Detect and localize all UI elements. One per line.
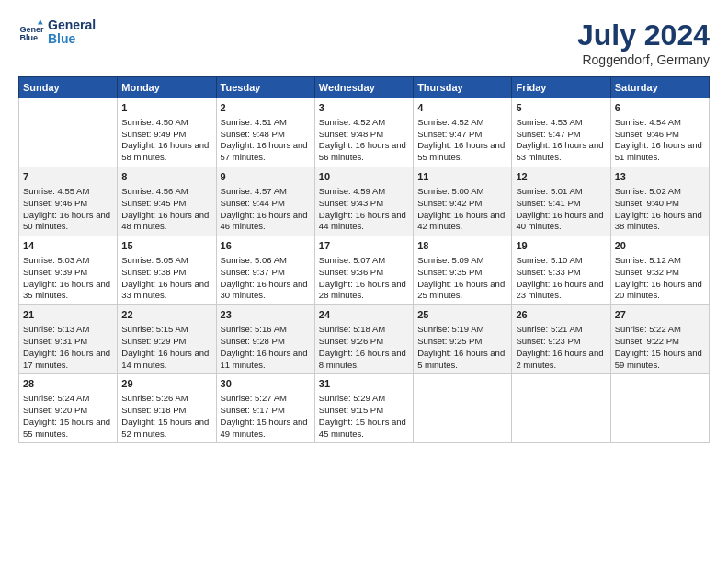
calendar-cell: 3Sunrise: 4:52 AMSunset: 9:48 PMDaylight… <box>314 98 413 167</box>
date-number: 21 <box>23 308 113 322</box>
date-number: 28 <box>23 377 113 391</box>
date-number: 7 <box>23 170 113 184</box>
cell-info: Sunrise: 4:52 AMSunset: 9:48 PMDaylight:… <box>319 117 406 162</box>
calendar-cell: 17Sunrise: 5:07 AMSunset: 9:36 PMDayligh… <box>314 236 413 305</box>
calendar-cell: 13Sunrise: 5:02 AMSunset: 9:40 PMDayligh… <box>610 167 709 236</box>
calendar-cell: 18Sunrise: 5:09 AMSunset: 9:35 PMDayligh… <box>414 236 512 305</box>
calendar-cell <box>414 374 512 443</box>
day-header-friday: Friday <box>512 77 610 98</box>
date-number: 19 <box>516 239 606 253</box>
calendar-cell: 24Sunrise: 5:18 AMSunset: 9:26 PMDayligh… <box>314 305 413 374</box>
calendar-week-1: 1Sunrise: 4:50 AMSunset: 9:49 PMDaylight… <box>19 98 710 167</box>
calendar-cell: 26Sunrise: 5:21 AMSunset: 9:23 PMDayligh… <box>512 305 610 374</box>
calendar-cell: 28Sunrise: 5:24 AMSunset: 9:20 PMDayligh… <box>19 374 118 443</box>
calendar-cell: 27Sunrise: 5:22 AMSunset: 9:22 PMDayligh… <box>610 305 709 374</box>
cell-info: Sunrise: 4:59 AMSunset: 9:43 PMDaylight:… <box>319 186 406 231</box>
date-number: 17 <box>319 239 409 253</box>
logo-line1: General <box>48 18 96 32</box>
calendar-cell: 29Sunrise: 5:26 AMSunset: 9:18 PMDayligh… <box>118 374 216 443</box>
calendar-subtitle: Roggendorf, Germany <box>577 52 710 67</box>
calendar-cell: 22Sunrise: 5:15 AMSunset: 9:29 PMDayligh… <box>118 305 216 374</box>
svg-marker-2 <box>38 19 43 25</box>
calendar-cell <box>19 98 118 167</box>
calendar-cell: 8Sunrise: 4:56 AMSunset: 9:45 PMDaylight… <box>118 167 216 236</box>
title-block: July 2024 Roggendorf, Germany <box>577 18 710 67</box>
day-header-monday: Monday <box>118 77 216 98</box>
date-number: 31 <box>319 377 409 391</box>
day-header-thursday: Thursday <box>414 77 512 98</box>
cell-info: Sunrise: 5:12 AMSunset: 9:32 PMDaylight:… <box>615 255 702 300</box>
calendar-week-2: 7Sunrise: 4:55 AMSunset: 9:46 PMDaylight… <box>19 167 710 236</box>
calendar-cell: 14Sunrise: 5:03 AMSunset: 9:39 PMDayligh… <box>19 236 118 305</box>
cell-info: Sunrise: 5:19 AMSunset: 9:25 PMDaylight:… <box>417 324 505 369</box>
date-number: 13 <box>615 170 705 184</box>
calendar-cell: 19Sunrise: 5:10 AMSunset: 9:33 PMDayligh… <box>512 236 610 305</box>
cell-info: Sunrise: 5:26 AMSunset: 9:18 PMDaylight:… <box>121 393 209 438</box>
date-number: 12 <box>516 170 606 184</box>
calendar-cell: 16Sunrise: 5:06 AMSunset: 9:37 PMDayligh… <box>216 236 314 305</box>
cell-info: Sunrise: 5:06 AMSunset: 9:37 PMDaylight:… <box>221 255 308 300</box>
date-number: 22 <box>121 308 211 322</box>
date-number: 14 <box>23 239 113 253</box>
cell-info: Sunrise: 5:09 AMSunset: 9:35 PMDaylight:… <box>417 255 505 300</box>
calendar-cell: 1Sunrise: 4:50 AMSunset: 9:49 PMDaylight… <box>118 98 216 167</box>
date-number: 5 <box>516 101 606 115</box>
date-number: 16 <box>221 239 311 253</box>
page-header: General Blue General Blue July 2024 Rogg… <box>18 18 710 67</box>
date-number: 3 <box>319 101 409 115</box>
date-number: 8 <box>121 170 211 184</box>
cell-info: Sunrise: 5:16 AMSunset: 9:28 PMDaylight:… <box>221 324 308 369</box>
calendar-cell: 10Sunrise: 4:59 AMSunset: 9:43 PMDayligh… <box>314 167 413 236</box>
date-number: 27 <box>615 308 705 322</box>
calendar-title: July 2024 <box>577 18 710 52</box>
cell-info: Sunrise: 4:55 AMSunset: 9:46 PMDaylight:… <box>23 186 110 231</box>
calendar-cell: 5Sunrise: 4:53 AMSunset: 9:47 PMDaylight… <box>512 98 610 167</box>
calendar-cell <box>610 374 709 443</box>
calendar-cell: 9Sunrise: 4:57 AMSunset: 9:44 PMDaylight… <box>216 167 314 236</box>
date-number: 1 <box>121 101 211 115</box>
cell-info: Sunrise: 5:27 AMSunset: 9:17 PMDaylight:… <box>221 393 308 438</box>
cell-info: Sunrise: 5:00 AMSunset: 9:42 PMDaylight:… <box>417 186 505 231</box>
cell-info: Sunrise: 5:01 AMSunset: 9:41 PMDaylight:… <box>516 186 603 231</box>
calendar-cell: 7Sunrise: 4:55 AMSunset: 9:46 PMDaylight… <box>19 167 118 236</box>
calendar-cell: 6Sunrise: 4:54 AMSunset: 9:46 PMDaylight… <box>610 98 709 167</box>
calendar-cell: 23Sunrise: 5:16 AMSunset: 9:28 PMDayligh… <box>216 305 314 374</box>
cell-info: Sunrise: 4:57 AMSunset: 9:44 PMDaylight:… <box>221 186 308 231</box>
cell-info: Sunrise: 5:13 AMSunset: 9:31 PMDaylight:… <box>23 324 110 369</box>
cell-info: Sunrise: 5:22 AMSunset: 9:22 PMDaylight:… <box>615 324 702 369</box>
cell-info: Sunrise: 5:29 AMSunset: 9:15 PMDaylight:… <box>319 393 406 438</box>
cell-info: Sunrise: 5:18 AMSunset: 9:26 PMDaylight:… <box>319 324 406 369</box>
date-number: 4 <box>417 101 507 115</box>
calendar-table: SundayMondayTuesdayWednesdayThursdayFrid… <box>18 76 710 443</box>
logo-line2: Blue <box>48 32 96 46</box>
date-number: 24 <box>319 308 409 322</box>
date-number: 26 <box>516 308 606 322</box>
calendar-week-4: 21Sunrise: 5:13 AMSunset: 9:31 PMDayligh… <box>19 305 710 374</box>
date-number: 2 <box>221 101 311 115</box>
cell-info: Sunrise: 4:51 AMSunset: 9:48 PMDaylight:… <box>221 117 308 162</box>
calendar-week-3: 14Sunrise: 5:03 AMSunset: 9:39 PMDayligh… <box>19 236 710 305</box>
date-number: 10 <box>319 170 409 184</box>
cell-info: Sunrise: 5:03 AMSunset: 9:39 PMDaylight:… <box>23 255 110 300</box>
cell-info: Sunrise: 5:02 AMSunset: 9:40 PMDaylight:… <box>615 186 702 231</box>
calendar-cell: 15Sunrise: 5:05 AMSunset: 9:38 PMDayligh… <box>118 236 216 305</box>
cell-info: Sunrise: 5:21 AMSunset: 9:23 PMDaylight:… <box>516 324 603 369</box>
calendar-cell: 30Sunrise: 5:27 AMSunset: 9:17 PMDayligh… <box>216 374 314 443</box>
cell-info: Sunrise: 4:53 AMSunset: 9:47 PMDaylight:… <box>516 117 603 162</box>
date-number: 6 <box>615 101 705 115</box>
calendar-cell <box>512 374 610 443</box>
day-header-wednesday: Wednesday <box>314 77 413 98</box>
day-header-sunday: Sunday <box>19 77 118 98</box>
calendar-page: General Blue General Blue July 2024 Rogg… <box>0 0 728 563</box>
calendar-cell: 4Sunrise: 4:52 AMSunset: 9:47 PMDaylight… <box>414 98 512 167</box>
calendar-week-5: 28Sunrise: 5:24 AMSunset: 9:20 PMDayligh… <box>19 374 710 443</box>
cell-info: Sunrise: 4:54 AMSunset: 9:46 PMDaylight:… <box>615 117 702 162</box>
calendar-cell: 2Sunrise: 4:51 AMSunset: 9:48 PMDaylight… <box>216 98 314 167</box>
svg-text:Blue: Blue <box>19 33 38 42</box>
day-header-row: SundayMondayTuesdayWednesdayThursdayFrid… <box>19 77 710 98</box>
date-number: 25 <box>417 308 507 322</box>
date-number: 20 <box>615 239 705 253</box>
date-number: 29 <box>121 377 211 391</box>
logo-icon: General Blue <box>18 19 44 45</box>
calendar-cell: 31Sunrise: 5:29 AMSunset: 9:15 PMDayligh… <box>314 374 413 443</box>
